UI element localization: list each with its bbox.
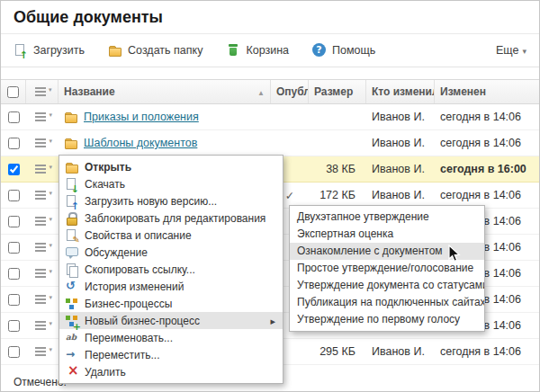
menu-move[interactable]: Переместить...	[59, 346, 283, 363]
menu-business-processes[interactable]: Бизнес-процессы	[59, 295, 283, 312]
menu-discussion[interactable]: Обсуждение	[59, 244, 283, 261]
menu-item-label: Скачать	[85, 178, 125, 191]
name-cell: Приказы и положения	[58, 110, 271, 124]
row-check-cell	[1, 346, 26, 358]
select-all-checkbox[interactable]	[7, 86, 19, 98]
modified-cell-text: сегодня в 14:06	[440, 137, 521, 149]
menu-rename[interactable]: Переименовать...	[59, 329, 283, 346]
properties-icon	[65, 228, 79, 243]
page-title: Общие документы	[14, 8, 526, 26]
modified-cell: сегодня в 14:06	[435, 189, 539, 201]
modified-cell-text: сегодня в 14:06	[440, 345, 521, 358]
submenu-status-approval[interactable]: Утверждение документа со статусами	[290, 277, 484, 294]
new-bizproc-submenu: Двухэтапное утверждениеЭкспертная оценка…	[289, 205, 485, 332]
row-check-cell	[1, 216, 26, 227]
column-header-modified[interactable]: Изменен	[435, 80, 539, 103]
row-menu-icon[interactable]	[35, 294, 50, 305]
row-menu-icon[interactable]	[35, 216, 50, 227]
row-checkbox[interactable]	[8, 164, 20, 175]
column-header-modified-by[interactable]: Кто изменил	[366, 80, 435, 103]
submenu-arrow-icon	[270, 315, 275, 327]
trash-icon	[226, 43, 240, 58]
row-checkbox[interactable]	[8, 294, 20, 306]
grid-settings-cell	[26, 80, 58, 103]
open-icon	[65, 160, 79, 174]
shared-documents-page: Общие документы ЗагрузитьСоздать папкуКо…	[0, 0, 540, 392]
row-checkbox[interactable]	[8, 111, 20, 123]
menu-delete[interactable]: Удалить	[59, 363, 283, 380]
modified-by-cell-text: Иванов И.	[372, 163, 425, 175]
column-header-size[interactable]: Размер	[309, 80, 366, 103]
column-label: Кто изменил	[372, 85, 435, 98]
table-row: Шаблоны документовИванов И.сегодня в 14:…	[1, 130, 539, 156]
row-checkbox[interactable]	[8, 242, 20, 254]
row-checkbox[interactable]	[8, 346, 20, 358]
new-bizproc-icon	[65, 314, 79, 328]
submenu-first-vote-approval[interactable]: Утверждение по первому голосу	[290, 311, 484, 328]
menu-item-label: Свойства и описание	[85, 229, 192, 242]
table-row: Приказы и положенияИванов И.сегодня в 14…	[1, 104, 539, 130]
upload-button[interactable]: Загрузить	[14, 43, 85, 58]
column-header-published[interactable]: Опубл.	[271, 80, 309, 103]
menu-item-label: Обсуждение	[85, 246, 148, 259]
modified-cell: сегодня в 14:06	[435, 111, 539, 123]
submenu-publish-to-sites[interactable]: Публикация на подключенных сайтах	[290, 294, 484, 311]
chevron-down-icon	[522, 44, 526, 57]
menu-copy-link[interactable]: Скопировать ссылку...	[59, 261, 283, 278]
delete-icon	[65, 365, 79, 379]
row-menu-icon[interactable]	[35, 164, 50, 174]
row-menu-cell	[26, 242, 58, 253]
help-button[interactable]: Помощь	[312, 43, 375, 58]
menu-properties[interactable]: Свойства и описание	[59, 227, 283, 244]
menu-item-label: Переместить...	[85, 349, 160, 361]
more-button[interactable]: Еще	[496, 44, 526, 57]
menu-item-label: Удалить	[85, 366, 126, 379]
toolbar-items: ЗагрузитьСоздать папкуКорзинаПомощь	[14, 43, 399, 58]
row-checkbox[interactable]	[8, 320, 20, 332]
help-icon	[312, 43, 327, 58]
modified-by-cell: Иванов И.	[366, 111, 435, 123]
name-cell: Шаблоны документов	[58, 136, 271, 150]
modified-by-cell: Иванов И.	[366, 137, 435, 149]
menu-new-business-process[interactable]: Новый бизнес-процесс	[59, 312, 283, 329]
modified-by-cell: Иванов И.	[366, 345, 435, 358]
create-folder-button[interactable]: Создать папку	[108, 43, 202, 58]
grid-settings-icon[interactable]	[35, 86, 50, 97]
menu-upload-new-version[interactable]: Загрузить новую версию...	[59, 192, 283, 209]
download-icon	[65, 177, 79, 192]
row-menu-icon[interactable]	[35, 268, 50, 279]
row-check-cell	[1, 138, 26, 149]
modified-by-cell: Иванов И.	[366, 189, 435, 201]
modified-cell: сегодня в 14:06	[435, 137, 539, 149]
row-menu-cell	[26, 164, 58, 174]
menu-open[interactable]: Открыть	[59, 158, 283, 175]
submenu-expert-evaluation[interactable]: Экспертная оценка	[290, 226, 484, 243]
row-checkbox[interactable]	[8, 268, 20, 280]
modified-by-cell-text: Иванов И.	[372, 111, 425, 123]
column-header-name[interactable]: Название	[58, 80, 271, 103]
row-menu-icon[interactable]	[35, 138, 50, 148]
row-checkbox[interactable]	[8, 190, 20, 201]
menu-lock-for-editing[interactable]: Заблокировать для редактирования	[59, 209, 283, 227]
folder-link[interactable]: Шаблоны документов	[84, 137, 197, 149]
recycle-bin-button[interactable]: Корзина	[226, 43, 289, 58]
menu-history[interactable]: История изменений	[59, 278, 283, 295]
row-menu-cell	[26, 138, 58, 148]
row-check-cell	[1, 320, 26, 332]
row-menu-icon[interactable]	[35, 111, 50, 122]
row-menu-cell	[26, 268, 58, 279]
row-check-cell	[1, 164, 26, 175]
column-label: Изменен	[440, 85, 486, 98]
row-menu-icon[interactable]	[35, 190, 50, 200]
size-cell-text: 295 КБ	[320, 345, 356, 358]
menu-download[interactable]: Скачать	[59, 175, 283, 192]
row-menu-icon[interactable]	[35, 346, 50, 357]
folder-link[interactable]: Приказы и положения	[84, 111, 199, 123]
row-checkbox[interactable]	[8, 216, 20, 227]
published-cell-text: ✓	[285, 190, 294, 202]
row-checkbox[interactable]	[8, 138, 20, 149]
row-check-cell	[1, 111, 26, 123]
submenu-two-stage-approval[interactable]: Двухэтапное утверждение	[290, 209, 484, 226]
row-menu-icon[interactable]	[35, 242, 50, 253]
row-menu-icon[interactable]	[35, 320, 50, 331]
